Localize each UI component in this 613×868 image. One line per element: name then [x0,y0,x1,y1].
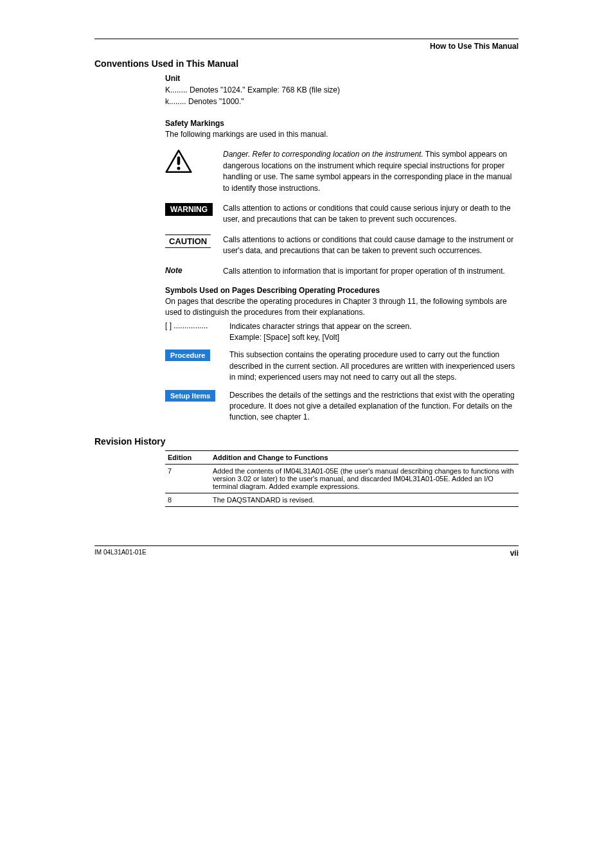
revision-change-1: The DAQSTANDARD is revised. [210,493,519,506]
page-header-breadcrumb: How to Use This Manual [94,42,519,51]
top-rule [94,39,519,39]
warning-description: Calls attention to actions or conditions… [223,203,519,226]
revision-edition-0: 7 [165,464,210,493]
danger-description: Danger. Refer to corresponding location … [223,149,519,194]
caution-badge: CAUTION [165,235,211,248]
table-row: 8 The DAQSTANDARD is revised. [165,493,519,506]
section-title-conventions: Conventions Used in This Manual [94,58,519,69]
setup-items-description: Describes the details of the settings an… [229,390,519,423]
safety-markings-heading: Safety Markings [165,119,519,128]
unit-line-k: k........ Denotes "1000." [165,96,519,107]
section-title-revision: Revision History [94,436,519,447]
footer-doc-id: IM 04L31A01-01E [94,549,147,558]
svg-point-2 [177,167,180,170]
revision-header-edition: Edition [165,450,210,464]
revision-header-change: Addition and Change to Functions [210,450,519,464]
safety-markings-intro: The following markings are used in this … [165,129,519,140]
footer-page-number: vii [510,549,519,558]
setup-items-badge: Setup Items [165,390,215,402]
procedure-description: This subsection contains the operating p… [229,350,519,383]
symbols-procedures-heading: Symbols Used on Pages Describing Operati… [165,286,519,295]
brackets-symbol: [ ] ................ [165,321,229,330]
svg-rect-1 [177,157,181,165]
revision-table: Edition Addition and Change to Functions… [165,450,519,507]
note-label: Note [165,266,182,275]
procedure-badge: Procedure [165,350,210,361]
revision-change-0: Added the contents of IM04L31A01-05E (th… [210,464,519,493]
table-row: 7 Added the contents of IM04L31A01-05E (… [165,464,519,493]
warning-badge: WARNING [165,203,213,216]
revision-edition-1: 8 [165,493,210,506]
danger-icon [165,149,223,175]
symbols-procedures-intro: On pages that describe the operating pro… [165,296,519,319]
note-description: Calls attention to information that is i… [223,266,519,277]
unit-heading: Unit [165,74,519,83]
brackets-desc-line1: Indicates character strings that appear … [229,321,519,332]
unit-line-K: K........ Denotes "1024." Example: 768 K… [165,84,519,96]
page-footer: IM 04L31A01-01E vii [94,545,519,558]
brackets-desc-line2: Example: [Space] soft key, [Volt] [229,332,519,343]
caution-description: Calls attentions to actions or condition… [223,235,519,257]
danger-first-sentence: Danger. Refer to corresponding location … [223,150,423,159]
